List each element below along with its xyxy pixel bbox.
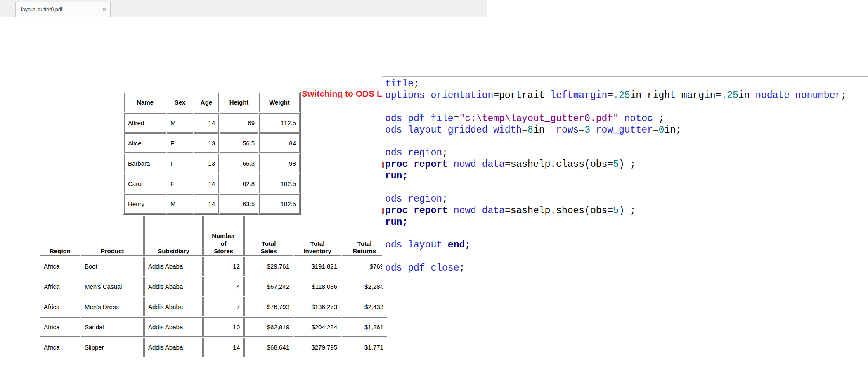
table-cell: Africa [40, 338, 80, 357]
shoes-table: RegionProductSubsidiaryNumber of StoresT… [39, 215, 388, 358]
code-line: options orientation=portrait leftmargin=… [385, 90, 867, 102]
code-token: ) ; [619, 159, 636, 170]
table-cell: 62.8 [220, 174, 258, 193]
screenshot-canvas: layout_gutter0.pdf × 1 / 1 [0, 0, 868, 371]
column-header: Total Sales [244, 216, 293, 256]
code-token: notoc [624, 113, 653, 124]
table-cell: F [167, 174, 193, 193]
code-line: ods layout gridded width=8in rows=3 row_… [385, 125, 867, 136]
table-row: AfricaSandalAddis Ababa10$62,819$204,284… [40, 317, 387, 337]
column-header: Name [124, 93, 166, 112]
code-token: data [482, 159, 505, 170]
table-cell: 13 [194, 133, 219, 153]
table-cell: Addis Ababa [144, 297, 203, 316]
table-row: AfricaMen's DressAddis Ababa7$76,793$136… [40, 297, 387, 316]
table-cell: M [167, 194, 193, 214]
code-line: ods region; [385, 194, 867, 205]
sas-editor-window: title;options orientation=portrait leftm… [382, 76, 868, 288]
code-token: nowd [454, 159, 482, 170]
table-cell: $1,861 [342, 317, 387, 337]
table-cell: 4 [203, 277, 244, 296]
code-line: run; [385, 217, 867, 228]
table-cell: 10 [203, 317, 244, 337]
code-area[interactable]: title;options orientation=portrait leftm… [385, 78, 867, 274]
code-token: in [533, 125, 556, 136]
table-cell: 69 [220, 113, 258, 133]
table-cell: $62,819 [244, 317, 293, 337]
code-token: ods region [385, 194, 442, 205]
table-cell: Alfred [124, 113, 166, 133]
table-cell: 84 [259, 133, 300, 153]
code-line [385, 182, 867, 194]
code-token: 5 [613, 159, 619, 170]
code-token: ; [442, 147, 448, 158]
table-cell: Africa [40, 277, 80, 296]
code-token [590, 125, 596, 136]
code-token: = [607, 90, 613, 101]
code-token: nowd [454, 205, 482, 216]
document-tab[interactable]: layout_gutter0.pdf × [15, 2, 111, 17]
table-row: AfricaSlipperAddis Ababa14$68,641$279,79… [40, 338, 387, 357]
table-cell: 102.5 [259, 194, 300, 214]
column-header: Region [40, 216, 80, 256]
table-cell: F [167, 154, 193, 173]
class-table: NameSexAgeHeightWeight AlfredM1469112.5A… [123, 92, 301, 215]
table-cell: Barbara [124, 154, 166, 173]
section-marker-icon [382, 208, 384, 214]
table-cell: $1,771 [342, 338, 387, 357]
code-token: = [454, 113, 459, 124]
table-cell: $29,761 [244, 257, 293, 276]
table-cell: 14 [194, 194, 219, 214]
code-token: options [385, 90, 430, 101]
code-token: in right margin= [630, 90, 721, 101]
code-token: nodate nonumber [755, 90, 841, 101]
code-token: proc report [385, 205, 448, 216]
table-cell: 14 [194, 113, 219, 133]
table-cell: F [167, 133, 193, 153]
table-cell: $76,793 [244, 297, 293, 316]
code-line: ods layout end; [385, 240, 867, 251]
table-cell: 12 [203, 257, 244, 276]
code-token: ; [653, 113, 665, 124]
tab-close-icon[interactable]: × [103, 7, 106, 12]
code-token [448, 205, 454, 216]
code-token: = [653, 125, 659, 136]
table-row: CarolF1462.8102.5 [124, 174, 300, 193]
code-token: = [522, 125, 527, 136]
code-token: run; [385, 171, 408, 181]
table-cell: $2,433 [342, 297, 387, 316]
code-token: "c:\temp\layout_gutter0.pdf" [459, 113, 618, 124]
table-cell: Addis Ababa [144, 257, 203, 276]
code-token: 5 [613, 205, 619, 216]
column-header: Age [194, 93, 219, 112]
code-token [619, 113, 624, 124]
code-line: ods region; [385, 147, 867, 159]
code-token: ; [459, 263, 465, 273]
code-token: ods layout [385, 240, 448, 250]
table-cell: Men's Casual [81, 277, 144, 296]
table-cell: M [167, 113, 193, 133]
table-cell: 65.3 [220, 154, 258, 173]
table-cell: $67,242 [244, 277, 293, 296]
code-line: proc report nowd data=sashelp.shoes(obs=… [385, 205, 867, 217]
table-cell: $191,821 [294, 257, 341, 276]
code-token: = [579, 125, 584, 136]
column-header: Weight [259, 93, 300, 112]
code-token: rows [556, 125, 579, 136]
code-token: in [738, 90, 755, 101]
header-row: NameSexAgeHeightWeight [124, 93, 300, 112]
table-cell: $68,641 [244, 338, 293, 357]
table-cell: Africa [40, 257, 80, 276]
table-cell: Slipper [81, 338, 144, 357]
column-header: Total Inventory [294, 216, 341, 256]
code-token: .25 [721, 90, 738, 101]
table-cell: Africa [40, 317, 80, 337]
table-cell: $2,284 [342, 277, 387, 296]
code-token: 0 [659, 125, 665, 136]
code-line [385, 251, 867, 263]
column-header: Total Returns [342, 216, 387, 256]
code-line: run; [385, 171, 867, 182]
table-cell: 14 [194, 174, 219, 193]
tab-title: layout_gutter0.pdf [21, 7, 99, 12]
code-line [385, 228, 867, 240]
